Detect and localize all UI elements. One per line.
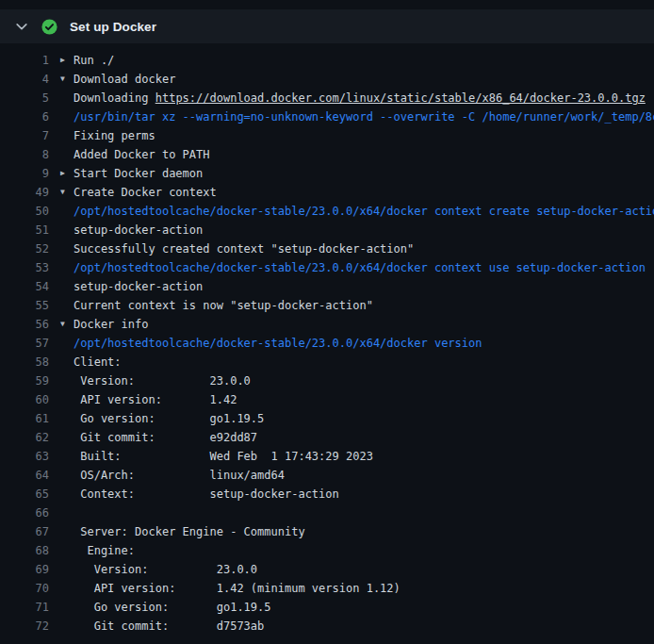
log-row: 57/opt/hostedtoolcache/docker-stable/23.…: [0, 334, 654, 353]
line-number: 55: [0, 296, 49, 315]
log-row: 65 Context: setup-docker-action: [0, 485, 654, 504]
line-number: 70: [0, 579, 49, 598]
log-text: setup-docker-action: [74, 277, 203, 296]
log-row: 55Current context is now "setup-docker-a…: [0, 296, 654, 315]
line-number: 56: [0, 315, 49, 334]
log-text: /opt/hostedtoolcache/docker-stable/23.0.…: [74, 258, 646, 277]
line-number: 51: [0, 221, 49, 239]
log-row: 71 Go version: go1.19.5: [0, 598, 654, 617]
log-row: 72 Git commit: d7573ab: [0, 617, 654, 636]
check-circle-success-icon: [41, 19, 57, 35]
line-number: 7: [0, 126, 49, 145]
log-row[interactable]: 1▶Run ./: [0, 51, 654, 70]
group-expanded-icon[interactable]: ▼: [49, 315, 74, 334]
line-number: 50: [0, 202, 49, 221]
log-text: Current context is now "setup-docker-act…: [74, 296, 373, 315]
line-number: 63: [0, 447, 49, 466]
log-text: Added Docker to PATH: [74, 145, 210, 164]
log-text: /opt/hostedtoolcache/docker-stable/23.0.…: [74, 334, 482, 353]
log-text: OS/Arch: linux/amd64: [74, 466, 285, 485]
line-number: 66: [0, 504, 49, 522]
log-row: 53/opt/hostedtoolcache/docker-stable/23.…: [0, 258, 654, 277]
log-text: /opt/hostedtoolcache/docker-stable/23.0.…: [74, 202, 654, 221]
log-text: Version: 23.0.0: [74, 372, 251, 390]
log-row: 67 Server: Docker Engine - Community: [0, 522, 654, 541]
log-text: Built: Wed Feb 1 17:43:29 2023: [74, 447, 373, 466]
log-row: 58Client:: [0, 353, 654, 372]
line-number: 64: [0, 466, 49, 485]
log-row: 52Successfully created context "setup-do…: [0, 239, 654, 258]
log-text: setup-docker-action: [74, 221, 203, 239]
line-number: 62: [0, 428, 49, 447]
log-text: Git commit: d7573ab: [74, 617, 264, 636]
log-row: 54setup-docker-action: [0, 277, 654, 296]
group-expanded-icon[interactable]: ▼: [49, 70, 74, 89]
log-url-link[interactable]: https://download.docker.com/linux/static…: [155, 91, 646, 105]
log-text: Downloading https://download.docker.com/…: [74, 89, 646, 107]
line-number: 57: [0, 334, 49, 353]
line-number: 60: [0, 390, 49, 409]
log-text: Create Docker context: [74, 183, 217, 202]
log-text: /usr/bin/tar xz --warning=no-unknown-key…: [74, 107, 654, 126]
log-row: 69 Version: 23.0.0: [0, 560, 654, 579]
log-row: 68 Engine:: [0, 541, 654, 560]
log-row: 7Fixing perms: [0, 126, 654, 145]
line-number: 59: [0, 372, 49, 390]
line-number: 61: [0, 409, 49, 428]
chevron-down-icon[interactable]: [14, 19, 29, 34]
line-number: 67: [0, 522, 49, 541]
log-text: Server: Docker Engine - Community: [74, 522, 305, 541]
step-title: Set up Docker: [70, 20, 156, 34]
log-row[interactable]: 56▼Docker info: [0, 315, 654, 334]
log-text: Context: setup-docker-action: [74, 485, 339, 504]
log-row: 61 Go version: go1.19.5: [0, 409, 654, 428]
line-number: 1: [0, 51, 49, 70]
line-number: 49: [0, 183, 49, 202]
log-text: API version: 1.42: [74, 390, 237, 409]
log-text: Version: 23.0.0: [74, 560, 257, 579]
log-row: 64 OS/Arch: linux/amd64: [0, 466, 654, 485]
line-number: 69: [0, 560, 49, 579]
log-text: Docker info: [74, 315, 148, 334]
line-number: 4: [0, 70, 49, 89]
log-console: 1▶Run ./4▼Download docker5Downloading ht…: [0, 43, 654, 636]
log-text-prefix: Downloading: [74, 91, 155, 105]
group-collapsed-icon[interactable]: ▶: [49, 164, 74, 183]
group-collapsed-icon[interactable]: ▶: [49, 51, 74, 70]
log-row: 70 API version: 1.42 (minimum version 1.…: [0, 579, 654, 598]
line-number: 52: [0, 239, 49, 258]
log-row: 59 Version: 23.0.0: [0, 372, 654, 390]
log-row[interactable]: 49▼Create Docker context: [0, 183, 654, 202]
line-number: 71: [0, 598, 49, 617]
log-row: 60 API version: 1.42: [0, 390, 654, 409]
line-number: 6: [0, 107, 49, 126]
log-text: Client:: [74, 353, 122, 372]
line-number: 72: [0, 617, 49, 636]
step-header[interactable]: Set up Docker: [0, 9, 654, 43]
log-text: Engine:: [74, 541, 135, 560]
log-row[interactable]: 4▼Download docker: [0, 70, 654, 89]
workflow-log-page: Set up Docker 1▶Run ./4▼Download docker5…: [0, 0, 654, 644]
log-text: Run ./: [74, 51, 114, 70]
line-number: 8: [0, 145, 49, 164]
log-row: 63 Built: Wed Feb 1 17:43:29 2023: [0, 447, 654, 466]
log-row[interactable]: 9▶Start Docker daemon: [0, 164, 654, 183]
line-number: 9: [0, 164, 49, 183]
line-number: 54: [0, 277, 49, 296]
group-expanded-icon[interactable]: ▼: [49, 183, 74, 202]
log-text: Download docker: [74, 70, 175, 89]
log-text: Start Docker daemon: [74, 164, 203, 183]
log-row: 50/opt/hostedtoolcache/docker-stable/23.…: [0, 202, 654, 221]
log-text: Fixing perms: [74, 126, 155, 145]
log-text: Go version: go1.19.5: [74, 409, 264, 428]
log-row: 8Added Docker to PATH: [0, 145, 654, 164]
log-row: 5Downloading https://download.docker.com…: [0, 89, 654, 107]
log-row: 62 Git commit: e92dd87: [0, 428, 654, 447]
log-text: Git commit: e92dd87: [74, 428, 257, 447]
log-row: 51setup-docker-action: [0, 221, 654, 239]
line-number: 68: [0, 541, 49, 560]
log-lines: 1▶Run ./4▼Download docker5Downloading ht…: [0, 51, 654, 636]
line-number: 5: [0, 89, 49, 107]
log-text: Go version: go1.19.5: [74, 598, 271, 617]
line-number: 58: [0, 353, 49, 372]
